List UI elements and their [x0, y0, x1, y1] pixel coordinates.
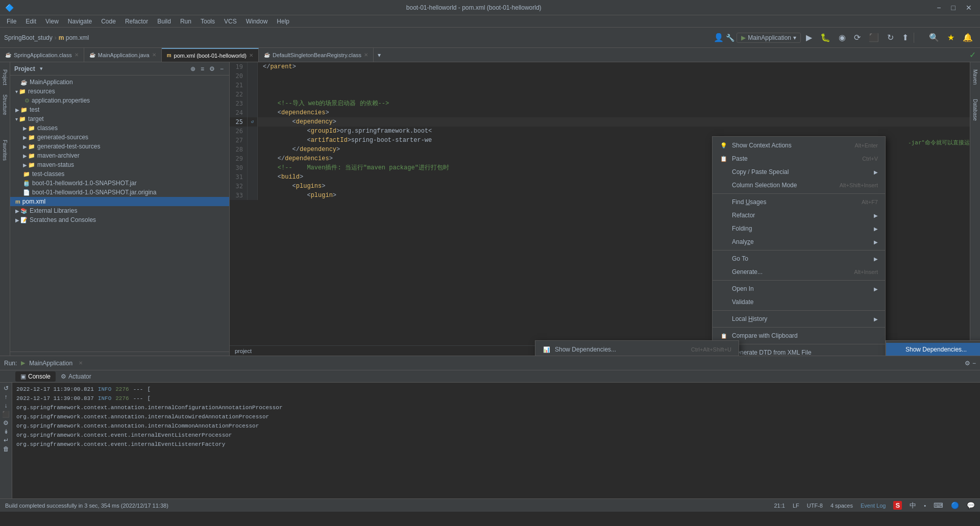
tree-item-app-properties[interactable]: ⚙ application.properties — [10, 96, 229, 105]
gen-sources-arrow[interactable]: ▶ — [23, 135, 27, 140]
tree-item-classes[interactable]: ▶ 📁 classes — [10, 123, 229, 133]
tool-wrench-icon[interactable]: 🔧 — [726, 34, 734, 42]
maven-status-arrow[interactable]: ▶ — [23, 162, 27, 168]
status-position[interactable]: 21:1 — [774, 503, 785, 509]
bottom-tab-console[interactable]: ▣ Console — [15, 371, 56, 382]
menu-edit[interactable]: Edit — [21, 17, 40, 26]
stop-button[interactable]: ⬛ — [866, 31, 882, 44]
tab-pom-xml[interactable]: m pom.xml (boot-01-helloworld) ✕ — [162, 48, 259, 62]
tree-item-test[interactable]: ▶ 📁 test — [10, 105, 229, 114]
console-wrap-btn[interactable]: ↵ — [4, 437, 9, 444]
panel-minimize-btn[interactable]: − — [218, 65, 225, 73]
tree-item-scratches[interactable]: ▶ 📝 Scratches and Consoles — [10, 215, 229, 224]
maximize-button[interactable]: □ — [948, 3, 959, 13]
ctx-column-selection[interactable]: Column Selection Mode Alt+Shift+Insert — [713, 179, 885, 192]
ctx-analyze[interactable]: Analyze ▶ — [713, 235, 885, 248]
console-clear-btn[interactable]: 🗑 — [3, 445, 9, 453]
maven-archiver-arrow[interactable]: ▶ — [23, 153, 27, 159]
menu-view[interactable]: View — [41, 17, 63, 26]
project-scrollbar[interactable] — [10, 352, 229, 356]
sidebar-tab-favorites[interactable]: Favorites — [2, 138, 8, 163]
search-button[interactable]: 🔍 — [926, 31, 942, 44]
console-rerun-btn[interactable]: ↺ — [4, 385, 9, 392]
tree-item-resources[interactable]: ▾ 📁 resources — [10, 87, 229, 96]
tree-item-jar-original[interactable]: 📄 boot-01-helloworld-1.0-SNAPSHOT.jar.or… — [10, 188, 229, 197]
run-minimize-btn[interactable]: − — [972, 360, 976, 367]
tree-item-gen-test-sources[interactable]: ▶ 📁 generated-test-sources — [10, 142, 229, 151]
debug-button[interactable]: 🐛 — [817, 31, 834, 44]
console-settings-btn[interactable]: ⚙ — [3, 419, 9, 427]
console-up-btn[interactable]: ↑ — [5, 393, 8, 400]
run-config-selector[interactable]: ▶ MainApplication ▾ — [737, 33, 801, 43]
ctx-show-deps[interactable]: 📊 Show Dependencies... Ctrl+Alt+Shift+U — [535, 343, 739, 356]
scratches-arrow[interactable]: ▶ — [15, 217, 19, 223]
profile-icon[interactable]: 👤 — [714, 33, 724, 42]
panel-dropdown-icon[interactable]: ▾ — [40, 65, 43, 72]
status-event-log[interactable]: Event Log — [861, 503, 886, 509]
panel-settings-btn[interactable]: ⚙ — [208, 65, 216, 73]
ctx-copy-paste-special[interactable]: Copy / Paste Special ▶ — [713, 165, 885, 179]
tree-item-main-application[interactable]: ☕ MainApplication — [10, 78, 229, 87]
console-down-btn[interactable]: ↓ — [5, 402, 8, 409]
menu-run[interactable]: Run — [176, 17, 195, 26]
menu-help[interactable]: Help — [273, 17, 293, 26]
tab-default-singleton[interactable]: ☕ DefaultSingletonBeanRegistry.class ✕ — [259, 48, 374, 62]
tree-item-jar[interactable]: 🫙 boot-01-helloworld-1.0-SNAPSHOT.jar — [10, 179, 229, 188]
menu-build[interactable]: Build — [153, 17, 175, 26]
ctx-goto[interactable]: Go To ▶ — [713, 252, 885, 265]
rerun-button[interactable]: ↻ — [884, 31, 897, 44]
tab-overflow[interactable]: ▾ — [374, 52, 385, 59]
tab-close-spring[interactable]: ✕ — [75, 52, 79, 58]
sidebar-tab-database[interactable]: Database — [972, 97, 978, 123]
sidebar-tab-project[interactable]: Project — [2, 67, 8, 87]
minimize-button[interactable]: − — [934, 3, 944, 13]
tab-close-pom[interactable]: ✕ — [249, 53, 253, 58]
tree-item-gen-sources[interactable]: ▶ 📁 generated-sources — [10, 133, 229, 142]
ctx-folding[interactable]: Folding ▶ — [713, 222, 885, 235]
status-indent[interactable]: 4 spaces — [830, 503, 853, 509]
notifications-button[interactable]: 🔔 — [960, 31, 976, 44]
classes-arrow[interactable]: ▶ — [23, 126, 27, 131]
tree-item-maven-archiver[interactable]: ▶ 📁 maven-archiver — [10, 151, 229, 160]
menu-refactor[interactable]: Refactor — [121, 17, 152, 26]
sidebar-tab-maven[interactable]: Maven — [972, 67, 978, 87]
sidebar-tab-structure[interactable]: Structure — [2, 92, 8, 117]
status-encoding[interactable]: UTF-8 — [807, 503, 823, 509]
ctx-open-in[interactable]: Open In ▶ — [713, 282, 885, 295]
status-line-ending[interactable]: LF — [793, 503, 799, 509]
test-arrow[interactable]: ▶ — [15, 107, 19, 113]
gen-test-arrow[interactable]: ▶ — [23, 144, 27, 149]
tree-item-ext-libs[interactable]: ▶ 📚 External Libraries — [10, 206, 229, 215]
ctx-show-context-actions[interactable]: 💡 Show Context Actions Alt+Enter — [713, 139, 885, 152]
tab-spring-application[interactable]: ☕ SpringApplication.class ✕ — [0, 48, 84, 62]
tree-item-pom[interactable]: m pom.xml — [10, 197, 229, 206]
diagrams-sub-show-deps[interactable]: Show Dependencies... Ctrl+Alt+Shift+U — [886, 343, 980, 356]
ctx-generate[interactable]: Generate... Alt+Insert — [713, 265, 885, 279]
ctx-refactor[interactable]: Refactor ▶ — [713, 209, 885, 222]
ctx-find-usages[interactable]: Find Usages Alt+F7 — [713, 195, 885, 209]
run-tab-close[interactable]: ✕ — [79, 360, 83, 366]
menu-window[interactable]: Window — [242, 17, 272, 26]
tree-item-maven-status[interactable]: ▶ 📁 maven-status — [10, 160, 229, 169]
close-button[interactable]: ✕ — [963, 3, 975, 13]
tree-item-test-classes[interactable]: 📁 test-classes — [10, 169, 229, 179]
bookmark-button[interactable]: ★ — [944, 31, 958, 44]
run-settings-btn[interactable]: ⚙ — [965, 360, 970, 367]
menu-file[interactable]: File — [3, 17, 20, 26]
menu-code[interactable]: Code — [97, 17, 120, 26]
bottom-tab-actuator[interactable]: ⚙ Actuator — [56, 371, 96, 382]
tab-main-application[interactable]: ☕ MainApplication.java ✕ — [84, 48, 162, 62]
profile-run-button[interactable]: ◉ — [836, 31, 849, 44]
tab-close-singleton[interactable]: ✕ — [364, 52, 368, 58]
ctx-local-history[interactable]: Local History ▶ — [713, 312, 885, 325]
console-stop-btn[interactable]: ⬛ — [2, 411, 10, 418]
menu-vcs[interactable]: VCS — [220, 17, 241, 26]
breadcrumb-file[interactable]: m pom.xml — [59, 34, 89, 41]
menu-navigate[interactable]: Navigate — [64, 17, 96, 26]
ctx-paste[interactable]: 📋 Paste Ctrl+V — [713, 152, 885, 165]
target-arrow[interactable]: ▾ — [15, 116, 18, 122]
breadcrumb-project[interactable]: SpringBoot_study — [4, 34, 53, 41]
menu-tools[interactable]: Tools — [197, 17, 219, 26]
console-scroll-end-btn[interactable]: ↡ — [4, 428, 9, 435]
ext-libs-arrow[interactable]: ▶ — [15, 208, 19, 214]
